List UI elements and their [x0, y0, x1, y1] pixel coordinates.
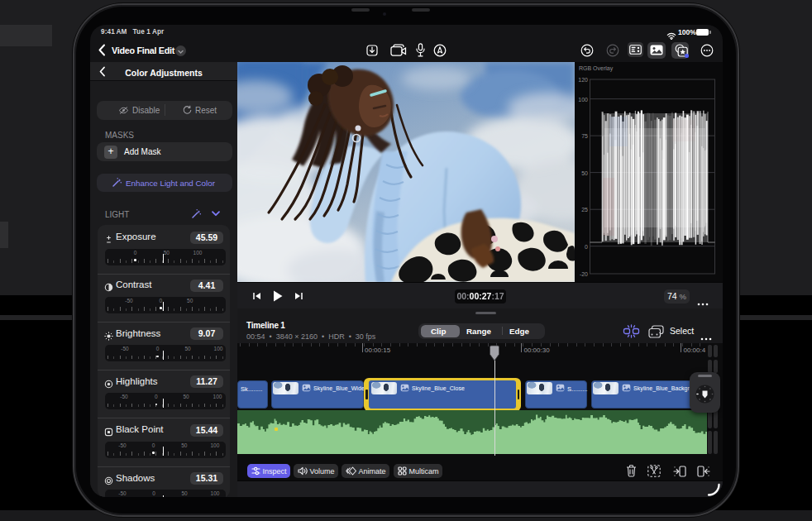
svg-text:100: 100: [578, 97, 588, 103]
svg-text:25: 25: [581, 207, 588, 213]
svg-text:120: 120: [578, 77, 588, 83]
svg-text:50: 50: [581, 170, 588, 176]
svg-text:0: 0: [585, 244, 588, 250]
svg-text:RGB Overlay: RGB Overlay: [579, 65, 614, 72]
svg-text:75: 75: [581, 133, 588, 139]
svg-text:-20: -20: [580, 271, 588, 277]
